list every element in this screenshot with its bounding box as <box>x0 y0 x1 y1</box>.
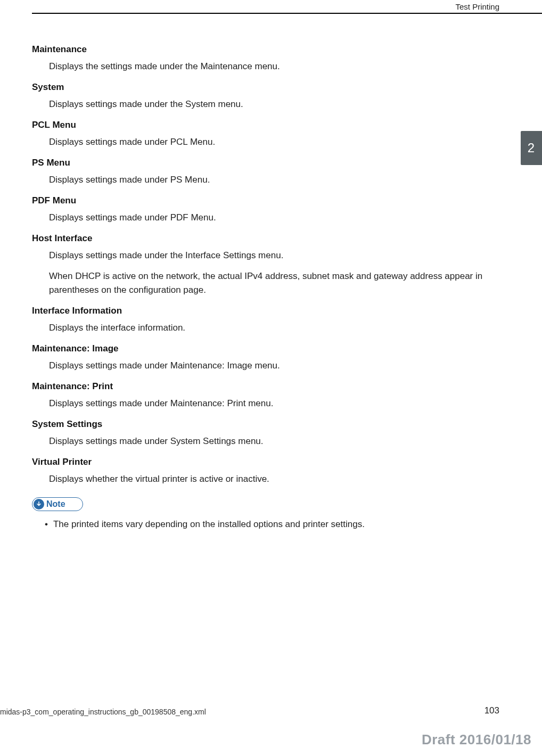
note-badge: Note <box>32 497 83 511</box>
section-title: Maintenance: Image <box>32 342 510 356</box>
section-paragraph: Displays settings made under PCL Menu. <box>49 135 510 149</box>
section-title: PCL Menu <box>32 118 510 132</box>
section-title: System Settings <box>32 417 510 431</box>
section-paragraph: Displays settings made under PDF Menu. <box>49 211 510 225</box>
section-paragraph: Displays settings made under Maintenance… <box>49 397 510 410</box>
section-paragraph: Displays settings made under Maintenance… <box>49 359 510 373</box>
note-bullet-item: • The printed items vary depending on th… <box>45 517 510 531</box>
section-paragraph: Displays settings made under System Sett… <box>49 434 510 448</box>
section-title: PDF Menu <box>32 194 510 208</box>
content-area: Maintenance Displays the settings made u… <box>32 43 510 531</box>
section-title: Host Interface <box>32 232 510 245</box>
arrow-down-icon <box>36 501 42 507</box>
definition-block: Maintenance: Print Displays settings mad… <box>32 380 510 410</box>
section-paragraph: When DHCP is active on the network, the … <box>49 269 510 297</box>
definition-block: Interface Information Displays the inter… <box>32 304 510 334</box>
definition-block: PDF Menu Displays settings made under PD… <box>32 194 510 224</box>
arrow-down-circle-icon <box>34 499 44 510</box>
note-label: Note <box>46 498 65 511</box>
section-paragraph: Displays settings made under the System … <box>49 97 510 111</box>
section-paragraph: Displays the settings made under the Mai… <box>49 60 510 73</box>
header-divider <box>32 13 542 14</box>
header-section-title: Test Printing <box>455 2 499 11</box>
definition-block: System Displays settings made under the … <box>32 80 510 111</box>
footer-page-number: 103 <box>484 705 499 716</box>
definition-block: Virtual Printer Displays whether the vir… <box>32 455 510 486</box>
definition-block: System Settings Displays settings made u… <box>32 417 510 448</box>
definition-block: PCL Menu Displays settings made under PC… <box>32 118 510 149</box>
section-title: System <box>32 80 510 94</box>
bullet-dot-icon: • <box>45 517 48 531</box>
section-title: Maintenance <box>32 43 510 56</box>
section-paragraph: Displays settings made under the Interfa… <box>49 249 510 262</box>
section-paragraph: Displays whether the virtual printer is … <box>49 472 510 486</box>
chapter-tab-label: 2 <box>528 141 535 155</box>
footer-file-ref: midas-p3_com_operating_instructions_gb_0… <box>0 708 206 716</box>
section-paragraph: Displays the interface information. <box>49 321 510 335</box>
definition-block: Host Interface Displays settings made un… <box>32 232 510 297</box>
definition-block: Maintenance Displays the settings made u… <box>32 43 510 73</box>
chapter-tab: 2 <box>521 131 542 165</box>
definition-block: PS Menu Displays settings made under PS … <box>32 156 510 186</box>
section-title: Virtual Printer <box>32 455 510 469</box>
section-title: Interface Information <box>32 304 510 318</box>
section-title: PS Menu <box>32 156 510 170</box>
draft-stamp: Draft 2016/01/18 <box>422 732 531 748</box>
section-paragraph: Displays settings made under PS Menu. <box>49 173 510 187</box>
note-bullet-text: The printed items vary depending on the … <box>53 517 365 531</box>
definition-block: Maintenance: Image Displays settings mad… <box>32 342 510 372</box>
section-title: Maintenance: Print <box>32 380 510 393</box>
